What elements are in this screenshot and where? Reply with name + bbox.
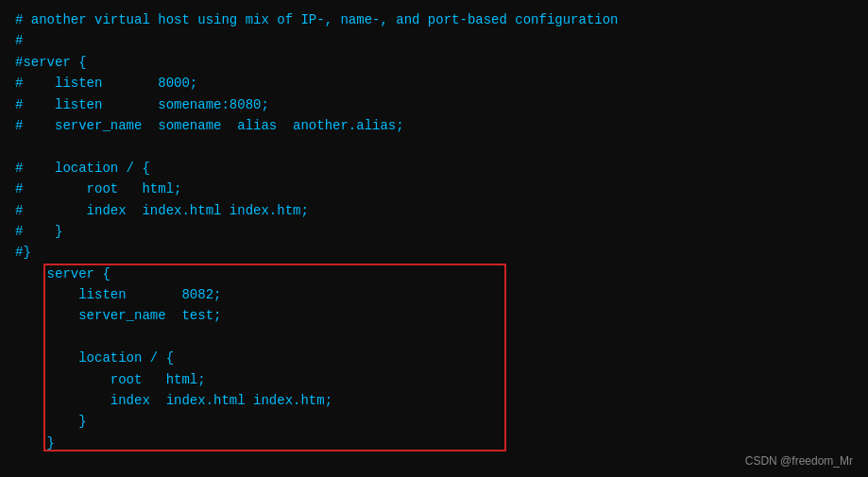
code-line-21: } [15, 433, 853, 453]
code-line-2: # [15, 30, 853, 51]
code-line-1: # another virtual host using mix of IP-,… [15, 9, 853, 30]
code-line-18: root html; [15, 369, 853, 390]
code-line-11: # } [15, 221, 853, 242]
code-line-15: server_name test; [15, 305, 853, 326]
code-line-7 [15, 136, 853, 157]
code-line-9: # root html; [15, 179, 853, 199]
code-line-17: location / { [15, 348, 853, 368]
code-line-14: listen 8082; [15, 284, 853, 305]
code-editor: # another virtual host using mix of IP-,… [0, 0, 868, 477]
watermark: CSDN @freedom_Mr [745, 454, 853, 468]
code-line-4: # listen 8000; [15, 73, 853, 94]
highlighted-region: server { listen 8082; server_name test; … [15, 264, 853, 454]
code-line-10: # index index.html index.htm; [15, 200, 853, 221]
code-line-13: server { [15, 264, 853, 284]
code-line-16 [15, 327, 853, 348]
code-line-3: #server { [15, 52, 853, 73]
code-line-5: # listen somename:8080; [15, 94, 853, 115]
code-block: # another virtual host using mix of IP-,… [15, 9, 853, 453]
code-line-6: # server_name somename alias another.ali… [15, 115, 853, 136]
code-line-12: #} [15, 242, 853, 263]
code-line-19: index index.html index.htm; [15, 390, 853, 411]
code-line-20: } [15, 411, 853, 432]
code-line-8: # location / { [15, 158, 853, 179]
